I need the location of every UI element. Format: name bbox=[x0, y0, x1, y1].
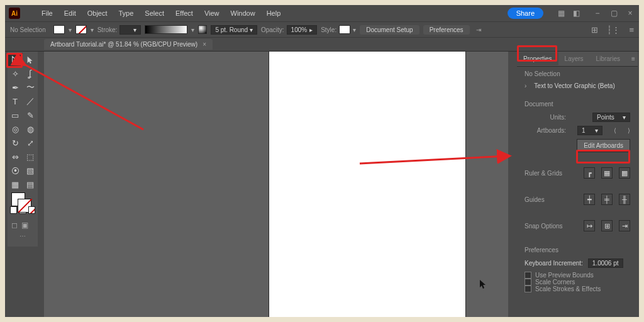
line-segment-tool[interactable]: ／ bbox=[23, 94, 38, 108]
edit-toolbar-icon[interactable]: ⋯ bbox=[8, 233, 38, 244]
ruler-grids-title: Ruler & Grids bbox=[525, 170, 562, 177]
opacity-input[interactable]: 100%▸ bbox=[287, 25, 318, 35]
align-icon[interactable]: ⇥ bbox=[476, 26, 481, 33]
preferences-button[interactable]: Preferences bbox=[423, 25, 470, 35]
isolate-icon[interactable]: ┆⋮ bbox=[607, 25, 620, 35]
canvas-area[interactable] bbox=[44, 52, 514, 317]
color-mode-none-icon[interactable] bbox=[28, 206, 35, 214]
document-setup-button[interactable]: Document Setup bbox=[360, 25, 419, 35]
mesh-tool[interactable]: ▦ bbox=[8, 177, 23, 191]
document-tab[interactable]: Artboard Tutorial.ai* @ 51.84 % (RGB/CPU… bbox=[44, 39, 213, 50]
menu-help[interactable]: Help bbox=[262, 7, 286, 19]
direct-selection-tool[interactable] bbox=[23, 53, 38, 67]
rotate-tool[interactable]: ↻ bbox=[8, 136, 23, 150]
selection-header: No Selection bbox=[525, 70, 630, 77]
snap-grid-icon[interactable]: ⊞ bbox=[601, 220, 613, 231]
snap-point-icon[interactable]: ↦ bbox=[584, 220, 595, 231]
paintbrush-tool[interactable]: ✎ bbox=[23, 108, 38, 122]
snap-options-title: Snap Options bbox=[525, 223, 563, 230]
next-artboard-icon[interactable]: ⟩ bbox=[628, 127, 630, 134]
panel-dock-rail[interactable] bbox=[508, 52, 517, 317]
window-minimize-icon[interactable]: − bbox=[592, 9, 602, 18]
panel-menu-icon[interactable]: ≡ bbox=[629, 25, 634, 35]
use-preview-bounds-label: Use Preview Bounds bbox=[535, 272, 594, 279]
transform-icon[interactable]: ⊞ bbox=[591, 25, 598, 35]
keyboard-increment-label: Keyboard Increment: bbox=[525, 260, 583, 267]
scale-corners-checkbox[interactable]: Scale Corners bbox=[525, 279, 630, 286]
illustrator-logo-icon: Ai bbox=[9, 8, 20, 19]
selection-tool[interactable] bbox=[8, 53, 23, 67]
tab-properties[interactable]: Properties bbox=[517, 52, 558, 65]
scale-tool[interactable]: ⤢ bbox=[23, 136, 38, 150]
use-preview-bounds-checkbox[interactable]: Use Preview Bounds bbox=[525, 272, 630, 279]
stroke-weight-input[interactable]: ▾ bbox=[119, 25, 141, 35]
shape-builder-tool[interactable]: ⦿ bbox=[8, 164, 23, 177]
prev-artboard-icon[interactable]: ⟨ bbox=[614, 127, 616, 134]
document-tab-close-icon[interactable]: × bbox=[203, 41, 206, 48]
menu-bar: Ai File Edit Object Type Select Effect V… bbox=[5, 5, 639, 21]
draw-mode-icon[interactable]: ◻ bbox=[11, 221, 18, 231]
properties-panel: Properties Layers Libraries ≡ No Selecti… bbox=[517, 52, 638, 317]
variable-width-profile[interactable] bbox=[145, 25, 187, 34]
preferences-section-title: Preferences bbox=[525, 247, 630, 253]
free-transform-tool[interactable]: ⬚ bbox=[23, 150, 38, 164]
shaper-tool[interactable]: ◎ bbox=[8, 122, 23, 136]
menu-object[interactable]: Object bbox=[82, 7, 113, 19]
menu-edit[interactable]: Edit bbox=[59, 7, 81, 19]
type-tool[interactable]: T bbox=[8, 94, 23, 108]
eraser-tool[interactable]: ◍ bbox=[23, 122, 38, 136]
window-restore-icon[interactable]: ▢ bbox=[609, 9, 619, 18]
keyboard-increment-input[interactable]: 1.0006 pt bbox=[588, 258, 623, 268]
width-tool[interactable]: ⇔ bbox=[8, 150, 23, 164]
graphic-style-swatch[interactable] bbox=[339, 25, 350, 34]
guides-title: Guides bbox=[525, 196, 545, 203]
units-select[interactable]: Points▾ bbox=[592, 113, 630, 122]
brush-swatch-icon[interactable] bbox=[198, 25, 207, 34]
lock-guides-icon[interactable]: ╪ bbox=[601, 194, 613, 205]
gradient-tool[interactable]: ▤ bbox=[23, 177, 38, 191]
stroke-swatch[interactable] bbox=[75, 25, 87, 34]
perspective-grid-tool[interactable]: ▧ bbox=[23, 164, 38, 177]
panel-menu-icon[interactable]: ≡ bbox=[626, 55, 639, 62]
selection-status-label: No Selection bbox=[10, 26, 46, 33]
curvature-tool[interactable]: 〜 bbox=[23, 80, 38, 94]
workspace: ✧ ʆ ✒ 〜 T ／ ▭ ✎ ◎ ◍ ↻ ⤢ ⇔ ⬚ ⦿ ▧ ▦ ▤ bbox=[5, 52, 639, 317]
menu-view[interactable]: View bbox=[199, 7, 225, 19]
text-to-vector-row[interactable]: › Text to Vector Graphic (Beta) bbox=[525, 82, 630, 89]
artboards-select[interactable]: 1▾ bbox=[577, 126, 602, 135]
checkbox-icon bbox=[525, 286, 531, 292]
menu-file[interactable]: File bbox=[36, 7, 58, 19]
document-tabs: Artboard Tutorial.ai* @ 51.84 % (RGB/CPU… bbox=[5, 38, 639, 52]
transparency-grid-icon[interactable]: ▩ bbox=[619, 167, 630, 179]
menu-type[interactable]: Type bbox=[114, 7, 139, 19]
scale-strokes-checkbox[interactable]: Scale Strokes & Effects bbox=[525, 286, 630, 292]
screen-mode-icon[interactable]: ▣ bbox=[21, 221, 28, 231]
menu-select[interactable]: Select bbox=[140, 7, 169, 19]
artboards-label: Artboards: bbox=[525, 127, 566, 134]
home-icon[interactable] bbox=[23, 8, 30, 18]
smart-guides-icon[interactable]: ╫ bbox=[619, 194, 630, 205]
show-guides-icon[interactable]: ┿ bbox=[584, 194, 595, 205]
arrange-documents-icon[interactable]: ▦ bbox=[556, 9, 566, 18]
artboard[interactable] bbox=[269, 52, 465, 317]
ruler-icon[interactable]: ┏ bbox=[584, 167, 595, 179]
pen-tool[interactable]: ✒ bbox=[8, 80, 23, 94]
menu-effect[interactable]: Effect bbox=[170, 7, 198, 19]
tab-libraries[interactable]: Libraries bbox=[590, 52, 626, 65]
magic-wand-tool[interactable]: ✧ bbox=[8, 67, 23, 80]
workspace-switcher-icon[interactable]: ◧ bbox=[571, 9, 581, 18]
window-close-icon[interactable]: × bbox=[625, 9, 635, 18]
menu-window[interactable]: Window bbox=[226, 7, 260, 19]
scale-strokes-label: Scale Strokes & Effects bbox=[535, 286, 601, 292]
tab-layers[interactable]: Layers bbox=[558, 52, 590, 65]
cursor-icon bbox=[479, 279, 488, 291]
grid-icon[interactable]: ▦ bbox=[601, 167, 613, 179]
fill-swatch[interactable] bbox=[53, 25, 65, 34]
share-button[interactable]: Share bbox=[508, 8, 543, 19]
rectangle-tool[interactable]: ▭ bbox=[8, 108, 23, 122]
lasso-tool[interactable]: ʆ bbox=[23, 67, 38, 80]
snap-pixel-icon[interactable]: ⇥ bbox=[619, 220, 630, 231]
panel-tabs: Properties Layers Libraries ≡ bbox=[517, 52, 638, 67]
edit-artboards-button[interactable]: Edit Artboards bbox=[577, 139, 630, 152]
brush-definition-select[interactable]: 5 pt. Round ▾ bbox=[211, 25, 257, 35]
